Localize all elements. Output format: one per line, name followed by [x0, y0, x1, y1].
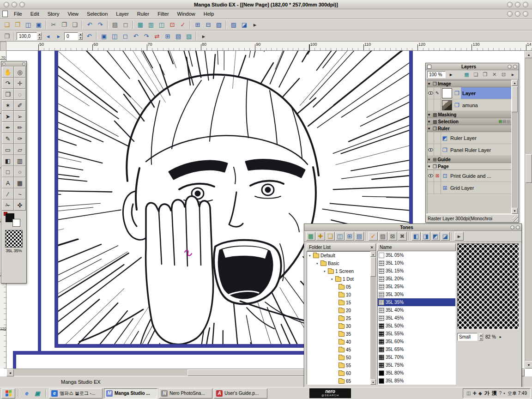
collapse-icon[interactable]: ▾ — [428, 157, 432, 162]
layers-scrollbar[interactable]: ▴ ▾ — [512, 80, 518, 214]
zoom-spinner[interactable]: ▴▾ — [37, 32, 42, 40]
zoom-field[interactable]: 100,0 — [17, 32, 37, 40]
task-button-1[interactable]: e엠파스 블로그 -... — [49, 388, 103, 399]
start-button[interactable] — [1, 388, 15, 399]
layers-scroll-up[interactable]: ▴ — [512, 80, 518, 86]
edit-toggle[interactable] — [434, 99, 441, 111]
tone-panes-button[interactable]: ◫ — [335, 232, 345, 241]
tone-view-3-button[interactable]: ◩ — [431, 232, 440, 241]
eraser-tool[interactable]: ▭ — [2, 144, 14, 155]
actual-pixels-button[interactable]: ◻ — [120, 31, 130, 41]
close-button[interactable] — [523, 2, 528, 7]
rotate-field[interactable]: 0 — [64, 32, 78, 40]
marker-tool[interactable]: ✎ — [2, 133, 14, 144]
tone-item-35l-80[interactable]: 35L 80% — [378, 369, 455, 377]
tree-scroll-up[interactable]: ▴ — [370, 251, 376, 257]
panel-knife-tool[interactable]: ✁ — [2, 200, 14, 211]
menu-selection[interactable]: Selection — [83, 10, 112, 18]
new-page-button[interactable]: ❏ — [2, 20, 12, 30]
move-tool[interactable]: ✛ — [14, 78, 26, 89]
folder-05[interactable]: 05 — [307, 283, 370, 291]
maximize-button[interactable] — [515, 2, 520, 7]
fit-width-button[interactable]: ◫ — [109, 31, 120, 41]
folder-10[interactable]: 10 — [307, 291, 370, 299]
hand-tool[interactable]: ✋ — [2, 66, 14, 78]
menu-edit[interactable]: Edit — [26, 10, 43, 18]
folder-60[interactable]: 60 — [307, 369, 370, 377]
layers-collapse-button[interactable] — [508, 65, 512, 69]
pencil-tool[interactable]: ✏ — [14, 122, 26, 133]
layers-scroll-down[interactable]: ▾ — [512, 208, 518, 214]
visibility-toggle[interactable] — [427, 182, 434, 193]
layer-group-masking[interactable]: ▾▨Masking — [427, 111, 511, 118]
copy-button[interactable]: ❐ — [59, 20, 69, 30]
page-setup-button[interactable]: ❐ — [2, 31, 12, 41]
layer-row-grid-layer[interactable]: ⊞Grid Layer — [427, 182, 511, 194]
layer-name[interactable]: amuna — [461, 99, 511, 111]
tone-delete-button[interactable]: ✖ — [398, 232, 407, 241]
folder-25[interactable]: 25 — [307, 314, 370, 322]
scroll-left-button[interactable]: ◂ — [6, 369, 14, 376]
lasso-tool[interactable]: ◌ — [14, 89, 26, 100]
actions-button[interactable]: ◪ — [239, 20, 249, 30]
layers-resize-grip[interactable] — [513, 216, 518, 222]
brush-tool[interactable]: ✑ — [14, 133, 26, 144]
mdi-minimize-button[interactable] — [507, 11, 513, 17]
menu-layer[interactable]: Layer — [112, 10, 133, 18]
layer-row-panel-ruler-layer[interactable]: ❐Panel Ruler Layer — [427, 144, 511, 156]
collapse-icon[interactable]: ▾ — [428, 82, 432, 86]
collapse-icon[interactable]: ▾ — [428, 164, 432, 169]
snap-guide-button[interactable]: ▤ — [173, 31, 183, 41]
tone-thumbnails-button[interactable]: ▦ — [306, 232, 315, 241]
text-tool[interactable]: A — [2, 177, 14, 188]
snap-toggle-button[interactable]: ▧ — [214, 20, 224, 30]
task-button-2[interactable]: MManga Studio ... — [104, 388, 157, 399]
zoom-in-button[interactable]: ▸ — [54, 31, 64, 41]
rotate-reset-button[interactable]: ↶ — [84, 31, 94, 41]
layers-zoom-menu-button[interactable]: ▸ — [447, 71, 455, 79]
tray-icon-b2[interactable]: ▪ — [503, 391, 505, 396]
tree-scrollbar[interactable]: ▴ ▾ — [370, 251, 376, 385]
tone-item-35l-25[interactable]: 35L 25% — [378, 283, 455, 290]
layer-row-amuna[interactable]: ❐amuna — [427, 99, 511, 111]
tone-view-4-button[interactable]: ◪ — [441, 232, 450, 241]
curve-tool[interactable]: ~ — [14, 188, 26, 200]
layer-name[interactable]: Layer — [461, 87, 511, 99]
layer-group-selection[interactable]: ▾▨Selection⊞⊟▦ — [427, 118, 511, 125]
select-all-button[interactable]: ⊞ — [193, 20, 203, 30]
folder-basic[interactable]: ▾Basic — [307, 260, 370, 267]
folder-30[interactable]: 30 — [307, 322, 370, 330]
print-preview-button[interactable]: ◻ — [121, 20, 131, 30]
layer-row-print-guide-and[interactable]: ⊠⊡Print Guide and ... — [427, 170, 511, 182]
folder-35[interactable]: 35 — [307, 330, 370, 338]
nero-search-widget[interactable]: nero @SEARCH — [309, 388, 351, 398]
collapse-icon[interactable]: ▾ — [428, 127, 432, 131]
tone-item-35l-10[interactable]: 35L 10% — [378, 259, 455, 267]
tone-item-35l-45[interactable]: 35L 45% — [378, 314, 455, 322]
rectangle-tool[interactable]: □ — [2, 166, 14, 177]
toolbox-collapse-button[interactable] — [2, 62, 6, 66]
tone-name-header[interactable]: Name — [377, 243, 456, 251]
selection-pen-tool[interactable]: ✐ — [14, 100, 26, 111]
measure-tool[interactable]: ✜ — [14, 200, 26, 211]
redo-button[interactable]: ↷ — [95, 20, 105, 30]
magic-wand-tool[interactable]: ✶ — [2, 100, 14, 111]
toolbox-titlebar[interactable] — [1, 61, 26, 66]
tone-render-button[interactable]: ⊠ — [388, 232, 397, 241]
eraser-soft-tool[interactable]: ▱ — [14, 144, 26, 155]
expand-icon[interactable]: ▾ — [331, 278, 335, 281]
folder-40[interactable]: 40 — [307, 338, 370, 346]
rotate-spinner[interactable]: ▴▾ — [79, 32, 83, 40]
quicklaunch-browser[interactable]: e — [22, 389, 32, 398]
ime-hanja-indicator[interactable]: 漢 — [492, 390, 497, 397]
folder-50[interactable]: 50 — [307, 354, 370, 362]
tone-item-35l-50[interactable]: 35L 50% — [378, 322, 455, 330]
deselect-button[interactable]: ⊟ — [203, 20, 213, 30]
menu-help[interactable]: Help — [200, 10, 218, 18]
preview-zoom-menu[interactable]: ▸ — [497, 334, 504, 340]
menu-view[interactable]: View — [63, 10, 83, 18]
edit-toggle[interactable] — [434, 132, 441, 144]
visibility-toggle[interactable] — [427, 132, 434, 144]
tone-item-35l-60[interactable]: 35L 60% — [378, 338, 455, 345]
expand-icon[interactable]: ▾ — [316, 262, 320, 266]
